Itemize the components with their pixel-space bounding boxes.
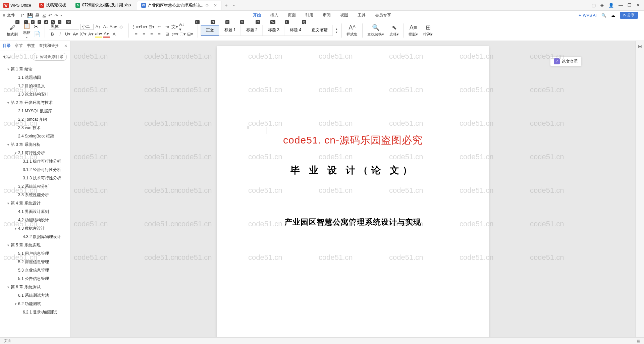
status-page[interactable]: 页面 [4, 338, 11, 343]
style-heading3[interactable]: 标题 3 [263, 25, 284, 36]
decrease-indent-icon[interactable]: ⇤ [156, 23, 163, 30]
cloud-icon[interactable]: ☁ [611, 13, 615, 18]
text-effect-icon[interactable]: A▾ [88, 31, 94, 38]
arrange-button[interactable]: ⊞排列▾ [421, 23, 435, 38]
toc-item[interactable]: 5.1 公告信息管理 [0, 275, 70, 283]
toc-item[interactable]: 3.3 系统性能分析 [0, 191, 70, 199]
style-scroll-down[interactable]: ▾ [336, 31, 337, 34]
format-painter-button[interactable]: 🖌格式刷 [5, 23, 20, 38]
redo-icon[interactable]: ↷ [54, 13, 58, 18]
toc-item[interactable]: 1.3 论文结构安排 [0, 90, 70, 99]
strikethrough-icon[interactable]: A̶▾ [72, 31, 79, 38]
style-heading2[interactable]: 标题 2 [241, 25, 263, 36]
toc-item[interactable]: ▼第 2 章 开发环境与技术 [0, 99, 70, 107]
toc-item[interactable]: 3.1.1 操作可行性分析 [0, 157, 70, 166]
toc-item[interactable]: ▼第 6 章 系统测试 [0, 283, 70, 291]
toc-item[interactable]: ▼第 1 章 绪论 [0, 65, 70, 73]
sidebar-tab-toc[interactable]: 目录 [3, 43, 11, 49]
tab-menu-button[interactable]: ▾ [230, 3, 237, 7]
toc-item[interactable]: 1.1 选题动因 [0, 73, 70, 82]
maximize-icon[interactable]: ❐ [628, 3, 632, 8]
search-icon[interactable]: 🔍 [601, 13, 606, 18]
toc-item[interactable]: 4.2 功能结构设计 [0, 216, 70, 224]
avatar-icon[interactable]: 👤 [608, 3, 614, 8]
toc-item[interactable]: 5.3 企业信息管理 [0, 266, 70, 275]
text-direction-icon[interactable]: 文▾ [171, 23, 178, 30]
new-tab-button[interactable]: + [222, 2, 230, 8]
align-left-icon[interactable]: ≡ [133, 31, 140, 38]
toc-item[interactable]: ▼第 5 章 系统实现 [0, 241, 70, 249]
sidebar-tab-chapter[interactable]: 章节 [15, 43, 23, 49]
toc-up-icon[interactable]: ▴ [8, 55, 10, 59]
select-button[interactable]: ⬉选择▾ [387, 23, 401, 38]
bold-icon[interactable]: B [49, 31, 56, 38]
toc-item[interactable]: 1.2 目的和意义 [0, 82, 70, 90]
shrink-font-icon[interactable]: A↓ [102, 23, 109, 30]
wps-ai-button[interactable]: ✦ WPS AI [578, 13, 597, 18]
shading-icon[interactable]: ▢▾ [179, 31, 186, 38]
toc-item[interactable]: 4.1 界面设计原则 [0, 208, 70, 216]
justify-icon[interactable]: ≡ [156, 31, 163, 38]
hamburger-icon[interactable]: ≡ [3, 13, 5, 18]
line-spacing-icon[interactable]: ↕≡▾ [171, 31, 178, 38]
toc-dropdown-icon[interactable]: ▾ [3, 55, 5, 59]
superscript-icon[interactable]: X²▾ [80, 31, 87, 38]
multilevel-icon[interactable]: ⊟▾ [148, 23, 155, 30]
clear-format-icon[interactable]: ◇ [118, 23, 124, 30]
copy-icon[interactable]: 📄 [34, 31, 41, 37]
italic-icon[interactable]: I [57, 31, 63, 38]
sort-icon[interactable]: A↓ ▾ [179, 23, 186, 30]
find-replace-button[interactable]: 🔍查找替换▾ [365, 23, 386, 38]
minimize-icon[interactable]: — [619, 3, 623, 8]
close-icon[interactable]: ✕ [214, 3, 217, 8]
toc-item[interactable]: 3.1.3 技术可行性分析 [0, 174, 70, 182]
increase-indent-icon[interactable]: ⇥ [164, 23, 170, 30]
toc-item[interactable]: 4.3.2 数据库物理设计 [0, 233, 70, 241]
tab-page[interactable]: 页面 [286, 12, 297, 19]
layout-button[interactable]: A≡排版▾ [407, 23, 420, 38]
print-icon[interactable]: 🖶 [35, 13, 40, 18]
tab-review[interactable]: 审阅 [321, 12, 332, 19]
save-icon[interactable]: 💾 [27, 13, 33, 18]
numbering-icon[interactable]: 1≡▾ [141, 23, 147, 30]
tab-start[interactable]: 开始 [252, 12, 262, 19]
highlight-icon[interactable]: ab▾ [95, 31, 102, 38]
toc-item[interactable]: 2.1 MYSQL 数据库 [0, 107, 70, 115]
align-center-icon[interactable]: ≡ [141, 31, 147, 38]
toc-minus-icon[interactable]: − [18, 55, 20, 59]
cube-icon[interactable]: ◈ [600, 3, 604, 8]
font-size-select[interactable] [80, 24, 94, 30]
sidebar-close-icon[interactable]: ✕ [64, 44, 67, 48]
ruler-toggle-icon[interactable]: ⊟ [638, 44, 642, 49]
qat-more-icon[interactable]: ▾ [60, 13, 62, 17]
style-scroll-up[interactable]: ▴ [336, 27, 337, 31]
toc-item[interactable]: 3.2 系统流程分析 [0, 182, 70, 191]
font-name-select[interactable] [49, 24, 79, 30]
underline-icon[interactable]: U▾ [64, 31, 71, 38]
tab-member[interactable]: 会员专享 [374, 12, 392, 19]
toc-item[interactable]: ▼第 4 章 系统设计 [0, 199, 70, 208]
toc-item[interactable]: 6.1 系统测试方法 [0, 291, 70, 300]
change-case-icon[interactable]: Aa▾ [110, 23, 117, 30]
tab-template[interactable]: D 找稿壳模板 [35, 1, 70, 10]
toc-item[interactable]: 5.2 房屋信息管理 [0, 258, 70, 266]
grow-font-icon[interactable]: A↑ [95, 23, 101, 30]
share-button[interactable]: ⇱ 分享 [620, 12, 638, 19]
toc-item[interactable]: 3.1.2 经济可行性分析 [0, 166, 70, 174]
tab-xlsx[interactable]: S 0726需求文档以及排期.xlsx [71, 1, 136, 10]
phonetic-icon[interactable]: A [111, 31, 117, 38]
toc-item[interactable]: 2.3 vue 技术 [0, 124, 70, 132]
tab-view[interactable]: 视图 [339, 12, 350, 19]
style-indent[interactable]: 正文缩进 [307, 25, 333, 36]
toc-item[interactable]: ▼4.3 数据库设计 [0, 224, 70, 233]
toc-item[interactable]: 6.2.1 登录功能测试 [0, 308, 70, 317]
view-mode-icon[interactable]: ▦ [637, 339, 640, 343]
tab-tools[interactable]: 工具 [356, 12, 367, 19]
window-restore-icon[interactable]: ▢ [592, 3, 596, 8]
style-heading4[interactable]: 标题 4 [285, 25, 306, 36]
undo-icon[interactable]: ↶ [48, 13, 52, 18]
drag-handle-icon[interactable]: ⠿ [247, 126, 249, 130]
plagiarism-check-button[interactable]: ✓ 论文查重 [550, 56, 582, 66]
style-normal[interactable]: 正文 [201, 25, 219, 36]
style-heading1[interactable]: 标题 1 [220, 25, 241, 36]
